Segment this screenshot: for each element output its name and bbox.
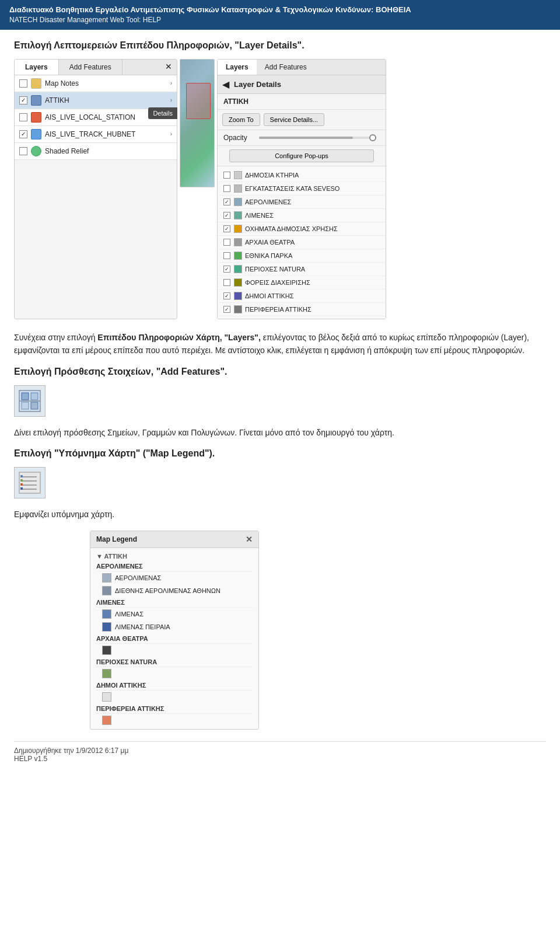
sublayer-item[interactable]: ✓ ΠΕΡΙΟΧΕΣ NATURA: [218, 263, 386, 276]
sublayer-item[interactable]: ΑΡΧΑΙΑ ΘΕΑΤΡΑ: [218, 236, 386, 249]
svg-rect-14: [20, 487, 23, 490]
legend-swatch: [102, 622, 111, 632]
legend-item: ΑΕΡΟΛΙΜΕΝΑΣ: [96, 571, 253, 584]
checkbox-ais-local[interactable]: [19, 113, 27, 121]
legend-item-label: ΛΙΜΕΝΑΣ ΠΕΙΡΑΙΑ: [115, 623, 170, 630]
sublayer-item[interactable]: ✓ ΟΧΗΜΑΤΑ ΔΗΜΟΣΙΑΣ ΧΡΗΣΗΣ: [218, 222, 386, 236]
sublayer-name: ΕΓΚΑΤΑΣΤΑΣΕΙΣ ΚΑΤΑ SEVESO: [245, 185, 340, 192]
legend-item: ΔΙΕΘΝΗΣ ΑΕΡΟΛΙΜΕΝΑΣ ΑΘΗΝΩΝ: [96, 584, 253, 597]
sublayer-item[interactable]: ΦΟΡΕΙΣ ΔΙΑΧΕΙΡΙΣΗΣ: [218, 276, 386, 290]
legend-swatch: [102, 669, 111, 678]
sublayer-icon: [234, 211, 242, 219]
sublayer-item[interactable]: ✓ ΑΕΡΟΛΙΜΕΝΕΣ: [218, 196, 386, 209]
sublayer-item[interactable]: ΕΘΝΙΚΑ ΠΑΡΚΑ: [218, 249, 386, 263]
sublayer-name: ΠΕΡΙΦΕΡΕΙΑ ΑΤΤΙΚΗΣ: [245, 306, 312, 313]
sublayer-icon: [234, 171, 242, 179]
sublayer-checkbox[interactable]: ✓: [223, 212, 230, 219]
configure-popups-button[interactable]: Configure Pop-ups: [229, 149, 374, 162]
legend-icon-svg: [18, 471, 41, 494]
legend-item: [96, 644, 253, 657]
sublayer-checkbox[interactable]: ✓: [223, 198, 230, 205]
sublayer-checkbox[interactable]: ✓: [223, 266, 230, 273]
legend-close-icon[interactable]: ✕: [246, 535, 253, 544]
checkbox-shaded[interactable]: [19, 147, 27, 155]
checkbox-attiki[interactable]: ✓: [19, 96, 27, 104]
sublayer-name: ΛΙΜΕΝΕΣ: [245, 212, 274, 219]
sublayer-checkbox[interactable]: ✓: [223, 306, 230, 313]
sublayer-name: ΑΕΡΟΛΙΜΕΝΕΣ: [245, 198, 291, 205]
opacity-slider[interactable]: [259, 137, 376, 139]
details-button[interactable]: Details: [148, 107, 177, 119]
opacity-row: Opacity: [218, 130, 386, 146]
layer-item-attiki[interactable]: ✓ ΑΤΤΙΚΗ ›: [15, 92, 177, 109]
opacity-label: Opacity: [223, 134, 256, 142]
legend-item-label: ΔΙΕΘΝΗΣ ΑΕΡΟΛΙΜΕΝΑΣ ΑΘΗΝΩΝ: [115, 587, 220, 594]
service-details-button[interactable]: Service Details...: [264, 113, 325, 126]
layers-panel-tabs: Layers Add Features ✕: [15, 60, 177, 75]
layer-item-shaded[interactable]: Shaded Relief: [15, 143, 177, 160]
panel-close-icon[interactable]: ✕: [160, 60, 177, 75]
tab-add-features[interactable]: Add Features: [59, 60, 123, 75]
header-title-line2: NATECH Disaster Management Web Tool: HEL…: [9, 15, 551, 25]
legend-group: ▼ ΑΤΤΙΚΗΑΕΡΟΛΙΜΕΝΕΣΑΕΡΟΛΙΜΕΝΑΣΔΙΕΘΝΗΣ ΑΕ…: [90, 548, 258, 729]
layer-name-ais-track: AIS_LIVE_TRACK_HUBNET: [45, 130, 170, 138]
details-header-row: ◀ Layer Details: [218, 75, 386, 94]
section3-title: Επιλογή "Υπόμνημα Χάρτη" ("Map Legend").: [14, 448, 546, 459]
details-tab-layers[interactable]: Layers: [218, 60, 257, 75]
layer-icon-ais-track: [31, 129, 41, 140]
legend-item: [96, 691, 253, 703]
svg-rect-2: [31, 393, 38, 400]
sublayer-checkbox[interactable]: [223, 252, 230, 259]
svg-rect-11: [20, 475, 23, 477]
sublayer-name: ΦΟΡΕΙΣ ΔΙΑΧΕΙΡΙΣΗΣ: [245, 279, 310, 286]
page-footer: Δημιουργήθηκε την 1/9/2012 6:17 μμ HELP …: [14, 741, 546, 763]
sublayer-list: ΔΗΜΟΣΙΑ ΚΤΗΡΙΑ ΕΓΚΑΤΑΣΤΑΣΕΙΣ ΚΑΤΑ SEVESO…: [218, 166, 386, 319]
sublayer-item[interactable]: ΕΓΚΑΤΑΣΤΑΣΕΙΣ ΚΑΤΑ SEVESO: [218, 182, 386, 196]
sublayer-name: ΔΗΜΟΙ ΑΤΤΙΚΗΣ: [245, 292, 294, 299]
sublayer-checkbox[interactable]: [223, 239, 230, 246]
details-tab-add[interactable]: Add Features: [257, 60, 315, 75]
sublayer-name: ΕΘΝΙΚΑ ΠΑΡΚΑ: [245, 252, 292, 259]
configure-popup-row: Configure Pop-ups: [218, 146, 386, 166]
sublayer-item[interactable]: ✓ ΛΙΜΕΝΕΣ: [218, 209, 386, 222]
legend-sublayer-title: ΛΙΜΕΝΕΣ: [96, 597, 253, 608]
body-text-1: Συνέχεια στην επιλογή Επιπέδου Πληροφορι…: [14, 331, 546, 357]
add-features-icon: [14, 385, 46, 417]
layer-name-mapnotes: Map Notes: [45, 79, 170, 88]
sublayer-icon: [234, 305, 242, 313]
layer-details-panel: Layers Add Features ◀ Layer Details ΑΤΤΙ…: [217, 59, 386, 319]
checkbox-mapnotes[interactable]: [19, 79, 27, 88]
body-text-3: Εμφανίζει υπόμνημα χάρτη.: [14, 508, 546, 521]
layer-item-ais-track[interactable]: ✓ AIS_LIVE_TRACK_HUBNET ›: [15, 126, 177, 143]
layer-icon-attiki: [31, 95, 41, 106]
sublayer-checkbox[interactable]: [223, 185, 230, 192]
legend-title: Map Legend: [96, 535, 137, 543]
sublayer-item[interactable]: ΔΗΜΟΣΙΑ ΚΤΗΡΙΑ: [218, 169, 386, 182]
section2-title: Επιλογή Πρόσθεσης Στοιχείων, "Add Featur…: [14, 367, 546, 377]
sublayer-checkbox[interactable]: [223, 279, 230, 286]
legend-item-label: ΛΙΜΕΝΑΣ: [115, 611, 144, 618]
legend-swatch: [102, 586, 111, 595]
layer-icon-mapnotes: [31, 78, 41, 89]
sublayer-icon: [234, 225, 242, 233]
legend-sublayer-title: ΠΕΡΙΦΕΡΕΙΑ ΑΤΤΙΚΗΣ: [96, 703, 253, 714]
sublayer-checkbox[interactable]: [223, 172, 230, 179]
tab-layers[interactable]: Layers: [15, 60, 59, 75]
checkbox-ais-track[interactable]: ✓: [19, 130, 27, 138]
sublayer-checkbox[interactable]: ✓: [223, 225, 230, 232]
feature-icon-svg: [18, 389, 41, 413]
opacity-knob[interactable]: [369, 134, 376, 141]
legend-item-label: ΑΕΡΟΛΙΜΕΝΑΣ: [115, 574, 161, 581]
sublayer-item[interactable]: ✓ ΔΗΜΟΙ ΑΤΤΙΚΗΣ: [218, 290, 386, 303]
svg-rect-13: [20, 483, 23, 486]
zoom-to-button[interactable]: Zoom To: [222, 113, 260, 126]
layer-item-mapnotes[interactable]: Map Notes ›: [15, 75, 177, 92]
legend-item: ΛΙΜΕΝΑΣ: [96, 608, 253, 620]
back-arrow-icon[interactable]: ◀: [222, 79, 229, 90]
sublayer-checkbox[interactable]: ✓: [223, 292, 230, 299]
page-header: Διαδικτυακό Βοηθητικό Εργαλείο Αντιμετώπ…: [0, 0, 560, 30]
header-title-line1: Διαδικτυακό Βοηθητικό Εργαλείο Αντιμετώπ…: [9, 5, 551, 15]
legend-swatch: [102, 692, 111, 702]
legend-content: ▼ ΑΤΤΙΚΗΑΕΡΟΛΙΜΕΝΕΣΑΕΡΟΛΙΜΕΝΑΣΔΙΕΘΝΗΣ ΑΕ…: [90, 548, 258, 729]
sublayer-item[interactable]: ✓ ΠΕΡΙΦΕΡΕΙΑ ΑΤΤΙΚΗΣ: [218, 303, 386, 316]
